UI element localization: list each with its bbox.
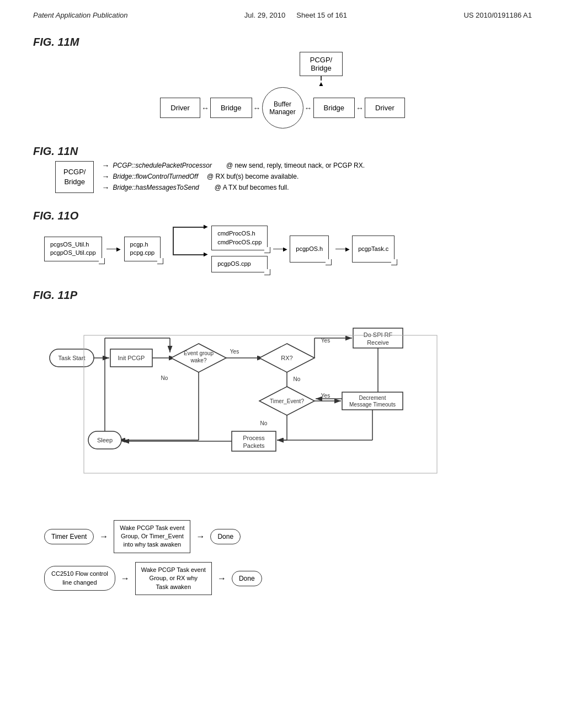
done2-box: Done bbox=[232, 571, 262, 586]
line3-func: Bridge::hasMessagesToSend bbox=[113, 184, 199, 191]
svg-text:Timer_Event?: Timer_Event? bbox=[270, 398, 304, 404]
fig11o-box1: pcgsOS_Util.h pcgpOS_Util.cpp bbox=[44, 237, 102, 261]
fig11o-box6: pcgpTask.c bbox=[352, 235, 395, 263]
fig-11o-label: FIG. 11O bbox=[33, 210, 532, 222]
page: Patent Application Publication Jul. 29, … bbox=[0, 0, 565, 728]
fig11p-lower: Timer Event → Wake PCGP Task eventGroup,… bbox=[44, 520, 532, 595]
cc2510-box: CC2510 Flow controlline changed bbox=[44, 566, 115, 591]
header-left: Patent Application Publication bbox=[33, 11, 128, 19]
fig11n-left-box: PCGP/Bridge bbox=[55, 161, 94, 193]
done1-box: Done bbox=[210, 529, 241, 544]
svg-text:No: No bbox=[294, 376, 301, 382]
header-sheet: Sheet 15 of 161 bbox=[296, 11, 347, 19]
fig-11m-section: FIG. 11M PCGP/Bridge ▲ Driver ↔ Bridge ↔… bbox=[33, 36, 532, 129]
wake-pcgp-2-box: Wake PCGP Task eventGroup, or RX whyTask… bbox=[135, 562, 212, 595]
fig11n-line1: → PCGP::schedulePacketProcessor @ new se… bbox=[102, 161, 365, 170]
fig11p-flowchart: Task Start Init PCGP Event group wake? Y… bbox=[39, 305, 535, 515]
svg-text:No: No bbox=[161, 375, 168, 381]
driver-right-box: Driver bbox=[365, 98, 405, 118]
line1-desc: @ new send, reply, timeout nack, or PCGP… bbox=[226, 162, 365, 169]
fig11o-box3: cmdProcOS.h cmdProcOS.cpp bbox=[211, 226, 268, 250]
svg-text:RX?: RX? bbox=[281, 355, 292, 361]
fig11o-box2: pcgp.h pcpg.cpp bbox=[124, 237, 161, 261]
line2-func: Bridge::flowControlTurnedOff bbox=[113, 173, 198, 180]
svg-text:Message Timeouts: Message Timeouts bbox=[349, 402, 396, 408]
timer-event-box: Timer Event bbox=[44, 529, 94, 544]
timer-event-row: Timer Event → Wake PCGP Task eventGroup,… bbox=[44, 520, 532, 553]
line1-func: PCGP::schedulePacketProcessor bbox=[113, 162, 211, 169]
svg-text:Event group: Event group bbox=[184, 350, 214, 356]
fig11n-line3: → Bridge::hasMessagesToSend @ A TX buf b… bbox=[102, 183, 365, 192]
fig-11n-section: FIG. 11N PCGP/Bridge → PCGP::schedulePac… bbox=[33, 145, 532, 193]
wake-pcgp-1-box: Wake PCGP Task eventGroup, Or Timer_Even… bbox=[114, 520, 190, 553]
fig-11m-label: FIG. 11M bbox=[33, 36, 532, 49]
fig11n-container: PCGP/Bridge → PCGP::schedulePacketProces… bbox=[55, 161, 532, 193]
svg-text:Task Start: Task Start bbox=[58, 355, 86, 361]
fig-11p-label: FIG. 11P bbox=[33, 289, 532, 302]
fig-11n-label: FIG. 11N bbox=[33, 145, 532, 158]
line2-desc: @ RX buf(s) become available. bbox=[207, 173, 299, 180]
pcgp-bridge-top-box: PCGP/Bridge bbox=[300, 52, 343, 76]
svg-text:Packets: Packets bbox=[243, 442, 265, 449]
svg-text:Yes: Yes bbox=[321, 393, 330, 399]
svg-text:Yes: Yes bbox=[230, 349, 239, 355]
header-date: Jul. 29, 2010 bbox=[244, 11, 285, 19]
fig11o-box4: pcgpOS.cpp bbox=[211, 256, 268, 272]
svg-text:Init PCGP: Init PCGP bbox=[118, 355, 145, 361]
svg-text:Sleep: Sleep bbox=[97, 437, 113, 443]
bridge-right-box: Bridge bbox=[313, 98, 355, 118]
fig11n-line2: → Bridge::flowControlTurnedOff @ RX buf(… bbox=[102, 172, 365, 181]
bridge-left-box: Bridge bbox=[210, 98, 252, 118]
svg-text:Do SPI RF: Do SPI RF bbox=[364, 331, 393, 338]
fig11o-box5: pcgpOS.h bbox=[290, 235, 329, 263]
svg-text:Receive: Receive bbox=[367, 339, 389, 346]
svg-text:wake?: wake? bbox=[190, 357, 207, 363]
svg-text:Decrement: Decrement bbox=[359, 395, 386, 401]
fig-11p-section: FIG. 11P Task Start Init PCGP Event grou… bbox=[33, 289, 532, 595]
header-patent: US 2010/0191186 A1 bbox=[463, 11, 532, 19]
line3-desc: @ A TX buf becomes full. bbox=[215, 184, 289, 191]
header-center: Jul. 29, 2010 Sheet 15 of 161 bbox=[244, 11, 347, 19]
svg-text:Process: Process bbox=[243, 435, 265, 441]
header: Patent Application Publication Jul. 29, … bbox=[33, 11, 532, 19]
buffer-manager-box: BufferManager bbox=[262, 87, 303, 129]
driver-left-box: Driver bbox=[160, 98, 200, 118]
svg-text:No: No bbox=[260, 420, 268, 426]
cc2510-row: CC2510 Flow controlline changed → Wake P… bbox=[44, 562, 532, 595]
fig-11o-section: FIG. 11O pcgsOS_Util.h pcgpOS_Util.cpp ▶… bbox=[33, 210, 532, 272]
